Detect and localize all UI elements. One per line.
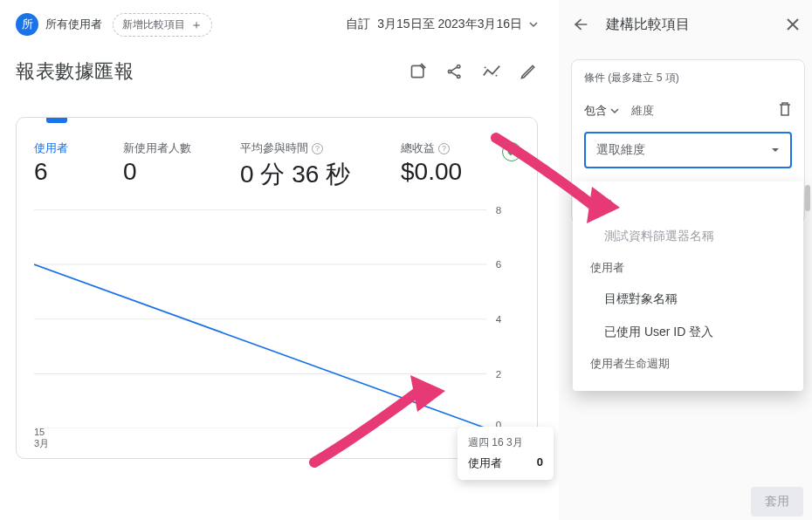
svg-point-2 <box>458 65 460 68</box>
metric-label: 總收益 <box>401 140 435 156</box>
panel-header: 建構比較項目 <box>559 0 812 49</box>
add-compare-label: 新增比較項目 <box>122 17 185 32</box>
metric-label: 平均參與時間 <box>240 140 308 156</box>
caret-down-icon <box>771 146 780 154</box>
dimension-select-placeholder: 選取維度 <box>596 142 645 158</box>
metrics-row: 使用者 6 新使用者人數 0 平均參與時間? 0 分 36 秒 總收益? $0.… <box>34 140 504 191</box>
dropdown-group-general: 一般 <box>573 190 803 220</box>
x-tick: 15 <box>34 427 49 438</box>
date-range-picker[interactable]: 自訂 3月15日至 2023年3月16日 <box>346 17 538 32</box>
panel-title: 建構比較項目 <box>606 16 768 34</box>
dropdown-scrollbar[interactable] <box>805 185 810 211</box>
dropdown-option-signed-in-userid[interactable]: 已使用 User ID 登入 <box>573 316 803 349</box>
chevron-down-icon <box>610 106 619 115</box>
page-title: 報表數據匯報 <box>16 58 134 85</box>
include-label: 包含 <box>584 103 607 119</box>
add-compare-chip[interactable]: 新增比較項目 ＋ <box>113 13 212 37</box>
svg-point-1 <box>449 70 451 72</box>
customize-icon[interactable] <box>409 62 428 81</box>
tooltip-value: 0 <box>537 455 543 471</box>
line-chart[interactable]: 8 6 4 2 0 <box>34 201 514 428</box>
date-range-text: 3月15日至 2023年3月16日 <box>377 17 522 32</box>
metric-label: 使用者 <box>34 140 68 156</box>
active-tab-indicator <box>46 118 67 123</box>
metric-value: 6 <box>34 158 111 186</box>
dropdown-option-audience-name[interactable]: 目標對象名稱 <box>573 283 803 316</box>
svg-text:8: 8 <box>496 205 501 216</box>
metric-new-users[interactable]: 新使用者人數 0 <box>123 140 228 191</box>
plus-icon: ＋ <box>190 18 203 31</box>
x-tick-sub: 3月 <box>34 438 49 449</box>
metric-revenue[interactable]: 總收益? $0.00 <box>401 140 479 191</box>
tooltip-label: 使用者 <box>468 455 502 471</box>
metric-avg-engagement[interactable]: 平均參與時間? 0 分 36 秒 <box>240 140 389 191</box>
metric-users[interactable]: 使用者 6 <box>34 140 111 191</box>
close-icon[interactable] <box>786 17 800 31</box>
back-icon[interactable] <box>571 16 588 33</box>
dropdown-option-test-filter: 測試資料篩選器名稱 <box>573 220 803 253</box>
x-axis: 15 3月 16 <box>34 427 504 449</box>
dimension-dropdown: 一般 測試資料篩選器名稱 使用者 目標對象名稱 已使用 User ID 登入 使… <box>573 181 803 391</box>
apply-button[interactable]: 套用 <box>751 487 803 517</box>
dropdown-group-user: 使用者 <box>573 253 803 283</box>
insights-icon[interactable] <box>482 62 501 81</box>
tooltip-date: 週四 16 3月 <box>468 435 543 450</box>
help-icon[interactable]: ? <box>438 143 450 154</box>
metric-value: 0 分 36 秒 <box>240 158 389 191</box>
panel-caption: 條件 (最多建立 5 項) <box>584 71 792 86</box>
chart-tooltip: 週四 16 3月 使用者 0 <box>458 427 554 480</box>
svg-text:6: 6 <box>496 259 501 270</box>
status-check-icon <box>502 142 521 161</box>
metric-value: $0.00 <box>401 158 479 186</box>
dimension-heading: 維度 <box>631 103 654 119</box>
metric-label: 新使用者人數 <box>123 140 191 156</box>
svg-text:4: 4 <box>496 314 502 325</box>
svg-text:2: 2 <box>496 369 501 380</box>
top-controls: 所 所有使用者 新增比較項目 ＋ 自訂 3月15日至 2023年3月16日 <box>16 0 538 49</box>
help-icon[interactable]: ? <box>312 143 323 154</box>
condition-row: 包含 維度 <box>584 101 792 120</box>
segment-all-users[interactable]: 所有使用者 <box>45 17 102 32</box>
svg-point-3 <box>458 75 460 78</box>
segment-avatar: 所 <box>16 13 38 36</box>
delete-icon[interactable] <box>778 101 792 120</box>
dimension-select[interactable]: 選取維度 <box>584 132 792 168</box>
chevron-down-icon <box>529 20 538 29</box>
metric-value: 0 <box>123 158 228 186</box>
include-toggle[interactable]: 包含 <box>584 103 619 119</box>
dropdown-group-lifecycle: 使用者生命週期 <box>573 349 803 379</box>
title-bar: 報表數據匯報 <box>16 51 538 92</box>
edit-icon[interactable] <box>519 62 538 81</box>
date-range-prefix: 自訂 <box>346 17 370 32</box>
overview-card: 使用者 6 新使用者人數 0 平均參與時間? 0 分 36 秒 總收益? $0.… <box>16 117 538 459</box>
share-icon[interactable] <box>445 62 464 81</box>
